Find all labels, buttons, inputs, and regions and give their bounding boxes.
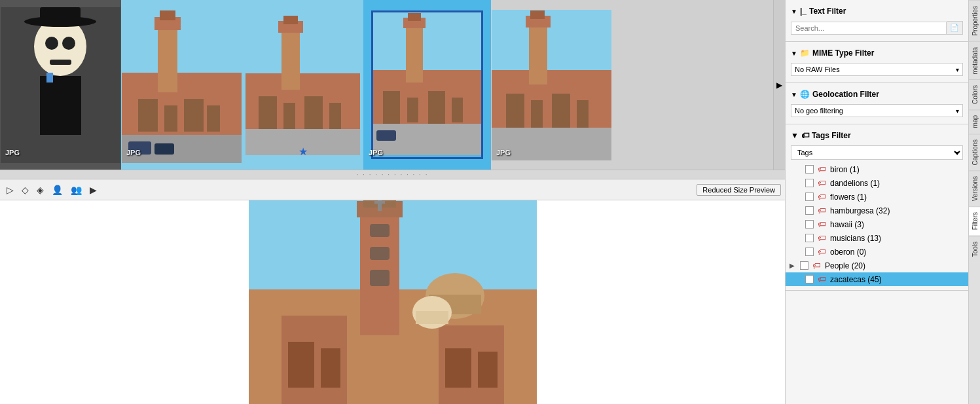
svg-rect-33 — [406, 20, 423, 83]
tag-musicians-checkbox[interactable] — [805, 234, 814, 242]
thumbnail-scroll-right[interactable]: ▶ — [773, 0, 785, 170]
geo-filter-select[interactable]: No geo filtering Has GPS No GPS — [791, 104, 963, 117]
tool-play[interactable]: ▶ — [87, 183, 100, 196]
tool-person[interactable]: 👤 — [49, 183, 65, 196]
svg-rect-68 — [370, 247, 390, 260]
tag-item-oberon[interactable]: 🏷 oberon (0) — [786, 245, 968, 259]
tag-hamburgesa-checkbox[interactable] — [805, 206, 814, 215]
tag-hamburgesa-label: hamburgesa (32) — [830, 206, 890, 215]
text-filter-section: ▼ |_ Text Filter 📄 — [786, 0, 968, 42]
tag-people-label: People (20) — [825, 261, 865, 270]
side-tab-captions[interactable]: Captions — [969, 134, 980, 170]
tags-select-wrapper: Tags — [791, 145, 963, 160]
tag-people-expand[interactable]: ▶ — [789, 262, 796, 269]
svg-rect-49 — [552, 94, 570, 128]
svg-rect-36 — [383, 91, 400, 124]
mime-filter-icon: 📁 — [800, 48, 810, 58]
side-tab-filters[interactable]: Filters — [969, 206, 980, 235]
svg-rect-13 — [160, 10, 175, 20]
mime-filter-arrow: ▼ — [791, 50, 797, 57]
side-tabs-panel: Properties metadata Colors map Captions … — [968, 0, 980, 404]
svg-point-2 — [45, 37, 58, 50]
svg-rect-28 — [304, 96, 323, 129]
svg-rect-11 — [158, 20, 177, 92]
search-row: 📄 — [791, 21, 963, 35]
thumbnail-1[interactable]: JPG — [0, 0, 121, 170]
thumbnail-4[interactable]: JPG — [363, 0, 491, 170]
tool-diamond-fill[interactable]: ◈ — [34, 183, 46, 196]
tag-item-flowers[interactable]: 🏷 flowers (1) — [786, 190, 968, 204]
tag-biron-checkbox[interactable] — [805, 165, 814, 174]
thumbnail-2[interactable]: JPG — [121, 0, 242, 170]
svg-rect-60 — [374, 201, 385, 204]
tool-diamond[interactable]: ◇ — [19, 183, 31, 196]
tag-item-biron[interactable]: 🏷 biron (1) — [786, 162, 968, 176]
mime-filter-label: MIME Type Filter — [812, 48, 874, 58]
text-filter-arrow: ▼ — [791, 8, 797, 15]
reduced-size-preview-button[interactable]: Reduced Size Preview — [697, 184, 781, 196]
svg-rect-67 — [370, 224, 390, 237]
tags-filter-header[interactable]: ▼ 🏷 Tags Filter — [786, 128, 968, 143]
thumbnail-3[interactable]: ★ — [242, 0, 363, 170]
side-tab-colors[interactable]: Colors — [969, 79, 980, 109]
svg-rect-17 — [207, 105, 220, 132]
tag-item-dandelions[interactable]: 🏷 dandelions (1) — [786, 176, 968, 190]
svg-rect-35 — [408, 13, 421, 21]
tag-dandelions-label: dandelions (1) — [830, 179, 880, 188]
tag-item-people[interactable]: ▶ 🏷 People (20) — [786, 259, 968, 272]
tag-hawaii-checkbox[interactable] — [805, 220, 814, 229]
svg-rect-8 — [46, 73, 53, 83]
thumbnail-5[interactable]: JPG — [491, 0, 612, 170]
tag-flowers-icon: 🏷 — [818, 192, 826, 202]
svg-rect-71 — [416, 311, 448, 324]
side-tab-metadata[interactable]: metadata — [969, 41, 980, 80]
tag-hamburgesa-icon: 🏷 — [818, 206, 826, 215]
tag-oberon-checkbox[interactable] — [805, 248, 814, 256]
tag-oberon-icon: 🏷 — [818, 247, 826, 257]
tag-flowers-checkbox[interactable] — [805, 193, 814, 201]
side-tab-map[interactable]: map — [969, 109, 980, 133]
tool-arrow[interactable]: ▷ — [4, 183, 16, 196]
svg-rect-37 — [407, 98, 418, 122]
svg-rect-4 — [50, 60, 71, 65]
tag-item-hamburgesa[interactable]: 🏷 hamburgesa (32) — [786, 204, 968, 217]
side-tab-properties[interactable]: Properties — [969, 0, 980, 41]
thumb-1-label: JPG — [5, 149, 20, 156]
tag-zacatecas-checkbox[interactable] — [805, 275, 814, 284]
tag-people-checkbox[interactable] — [800, 261, 808, 270]
mime-filter-header[interactable]: ▼ 📁 MIME Type Filter — [786, 46, 968, 60]
divider: · · · · · · · · · · · · — [0, 170, 785, 179]
tag-item-musicians[interactable]: 🏷 musicians (13) — [786, 231, 968, 245]
tags-filter-label: Tags Filter — [812, 131, 851, 140]
tag-item-hawaii[interactable]: 🏷 hawaii (3) — [786, 217, 968, 231]
tag-oberon-label: oberon (0) — [830, 248, 866, 257]
svg-rect-6 — [40, 7, 81, 24]
svg-rect-25 — [283, 16, 298, 24]
thumb-5-image — [492, 10, 611, 160]
text-filter-header[interactable]: ▼ |_ Text Filter — [786, 4, 968, 18]
svg-rect-46 — [530, 10, 545, 19]
toolbar: ▷ ◇ ◈ 👤 👥 ▶ Reduced Size Preview — [0, 179, 785, 200]
text-filter-icon: |_ — [800, 7, 807, 16]
side-tab-tools[interactable]: Tools — [969, 236, 980, 262]
geo-filter-icon: 🌐 — [800, 90, 810, 99]
text-filter-input[interactable] — [791, 22, 947, 35]
svg-rect-7 — [40, 76, 81, 135]
text-filter-search-button[interactable]: 📄 — [947, 21, 963, 35]
svg-rect-20 — [154, 143, 174, 155]
tag-dandelions-checkbox[interactable] — [805, 179, 814, 187]
svg-point-3 — [62, 37, 75, 50]
tag-item-zacatecas[interactable]: 🏷 zacatecas (45) — [786, 272, 968, 286]
side-tab-versions[interactable]: Versions — [969, 170, 980, 206]
mime-type-select[interactable]: No RAW Files All Files JPEG Only — [791, 63, 963, 76]
tag-zacatecas-icon: 🏷 — [818, 274, 826, 284]
thumb-3-star: ★ — [299, 145, 308, 158]
svg-rect-64 — [321, 348, 340, 388]
geo-filter-header[interactable]: ▼ 🌐 Geolocation Filter — [786, 87, 968, 101]
tool-people[interactable]: 👥 — [68, 183, 84, 196]
thumb-2-image — [122, 7, 242, 163]
tags-category-select[interactable]: Tags — [791, 145, 963, 160]
svg-rect-29 — [329, 103, 341, 129]
tag-musicians-icon: 🏷 — [818, 233, 826, 243]
tag-biron-icon: 🏷 — [818, 164, 826, 174]
